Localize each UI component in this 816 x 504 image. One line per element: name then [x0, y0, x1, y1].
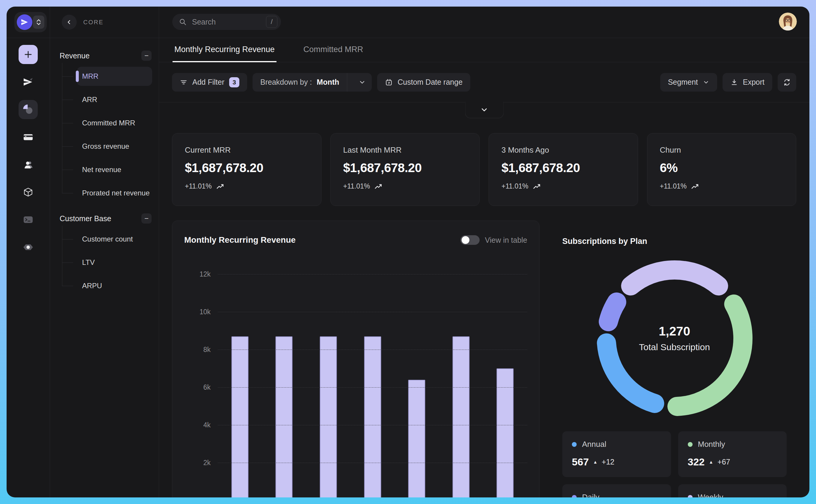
mrr-bars — [218, 272, 527, 497]
sidebar-item-prorated-net-revenue[interactable]: Prorated net revenue — [50, 181, 159, 205]
tab-label: Committed MRR — [304, 45, 363, 54]
stat-label: Churn — [660, 145, 784, 155]
minus-icon: − — [144, 51, 148, 60]
chevron-down-icon — [480, 106, 489, 114]
stat-value: $1,687,678.20 — [185, 161, 309, 175]
bar[interactable] — [364, 336, 381, 497]
stat-card-last-month-mrr[interactable]: Last Month MRR $1,687,678.20 +11.01% — [330, 133, 480, 206]
donut-title: Subscriptions by Plan — [562, 237, 796, 246]
mrr-chart-header: Monthly Recurring Revenue View in table — [184, 234, 527, 246]
legend-card-weekly[interactable]: Weekly — [678, 484, 787, 497]
main-content: Monthly Recurring Revenue Committed MRR … — [159, 38, 809, 497]
send-icon — [21, 18, 28, 26]
legend-delta: +12 — [602, 458, 615, 466]
y-tick-label: 8k — [184, 346, 211, 354]
workspace-switcher[interactable] — [14, 12, 47, 32]
rail-item-customers[interactable] — [19, 155, 38, 174]
trend-up-icon — [691, 183, 700, 190]
chevron-down-icon — [359, 79, 366, 86]
rail-item-settings[interactable] — [19, 238, 38, 257]
segment-label: Segment — [668, 78, 698, 86]
y-tick-label: 12k — [184, 270, 211, 278]
donut-center: 1,270 Total Subscription — [596, 260, 753, 417]
tab-committed-mrr[interactable]: Committed MRR — [302, 38, 365, 62]
rail-item-send[interactable] — [19, 72, 38, 92]
stat-card-3-months-ago[interactable]: 3 Months Ago $1,687,678.20 +11.01% — [489, 133, 638, 206]
toggle-track[interactable] — [460, 235, 480, 245]
bar[interactable] — [497, 368, 514, 497]
legend-delta: +67 — [718, 458, 730, 466]
sidebar-item-arr[interactable]: ARR — [50, 88, 159, 111]
plus-icon — [24, 50, 33, 59]
tab-label: Monthly Recurring Revenue — [174, 45, 275, 54]
sidebar: Revenue − MRR ARR Committed MRR Gross re… — [50, 38, 159, 497]
collapse-panel-handle[interactable] — [465, 102, 503, 118]
legend-value: 322 — [688, 456, 705, 468]
filter-icon — [180, 78, 187, 86]
legend-card-daily[interactable]: Daily — [562, 484, 671, 497]
search-bar[interactable]: / — [172, 14, 281, 30]
sidebar-item-mrr[interactable]: MRR — [50, 65, 159, 88]
gridline — [218, 350, 527, 350]
export-button[interactable]: Export — [723, 73, 772, 92]
refresh-button[interactable] — [778, 73, 796, 92]
collapse-section-button[interactable]: − — [141, 51, 151, 61]
sidebar-item-label: LTV — [82, 258, 95, 267]
legend-dot — [572, 495, 577, 498]
search-input[interactable] — [191, 17, 266, 27]
send-icon — [23, 77, 34, 87]
back-button[interactable] — [62, 15, 77, 30]
breakdown-dropdown[interactable]: Breakdown by : Month — [253, 73, 372, 92]
breakdown-chevron[interactable] — [353, 79, 372, 86]
tab-monthly-recurring-revenue[interactable]: Monthly Recurring Revenue — [172, 38, 277, 62]
legend-card-monthly[interactable]: Monthly 322▲+67 — [678, 431, 787, 477]
bar[interactable] — [231, 336, 248, 497]
donut-total: 1,270 — [659, 324, 690, 338]
trend-up-icon — [533, 183, 541, 190]
stat-card-churn[interactable]: Churn 6% +11.01% — [647, 133, 797, 206]
y-tick-label: 2k — [184, 459, 211, 467]
calendar-icon — [385, 78, 393, 86]
app-window: CORE / — [7, 7, 809, 497]
stat-value: $1,687,678.20 — [343, 161, 467, 175]
sidebar-item-committed-mrr[interactable]: Committed MRR — [50, 111, 159, 135]
rail-item-billing[interactable] — [19, 127, 38, 147]
bar[interactable] — [452, 336, 469, 497]
bar[interactable] — [320, 336, 337, 497]
stat-card-current-mrr[interactable]: Current MRR $1,687,678.20 +11.01% — [172, 133, 321, 206]
avatar[interactable] — [779, 13, 797, 31]
add-filter-button[interactable]: Add Filter 3 — [172, 73, 247, 92]
search-shortcut-key: / — [266, 16, 277, 28]
bar[interactable] — [276, 336, 293, 497]
rail-item-products[interactable] — [19, 183, 38, 202]
date-range-label: Custom Date range — [398, 78, 462, 86]
custom-date-range-button[interactable]: Custom Date range — [377, 73, 470, 92]
y-tick-label: 6k — [184, 383, 211, 391]
sidebar-item-customer-count[interactable]: Customer count — [50, 227, 159, 251]
active-indicator — [76, 71, 79, 82]
y-tick-label: 10k — [184, 308, 211, 316]
sidebar-item-label: MRR — [82, 72, 98, 81]
segment-dropdown[interactable]: Segment — [660, 73, 717, 92]
gridline — [218, 387, 527, 388]
donut-center-label: Total Subscription — [639, 342, 710, 352]
triangle-up-icon: ▲ — [709, 459, 713, 464]
hexagon-nut-icon — [22, 242, 34, 253]
search-icon — [179, 18, 186, 26]
gridline — [218, 463, 527, 463]
view-in-table-toggle[interactable]: View in table — [460, 235, 527, 245]
rail-item-developer[interactable] — [19, 210, 38, 229]
rail-item-analytics[interactable] — [19, 100, 38, 119]
add-button[interactable] — [19, 45, 38, 64]
terminal-icon — [22, 214, 34, 225]
sidebar-item-net-revenue[interactable]: Net revenue — [50, 158, 159, 181]
bar[interactable] — [408, 380, 425, 497]
sidebar-item-gross-revenue[interactable]: Gross revenue — [50, 135, 159, 158]
stats-row: Current MRR $1,687,678.20 +11.01% Last M… — [159, 133, 809, 206]
sidebar-item-arpu[interactable]: ARPU — [50, 274, 159, 297]
filter-group-right: Segment Export — [660, 73, 796, 92]
sidebar-item-ltv[interactable]: LTV — [50, 251, 159, 274]
workspace-selector-icon[interactable] — [33, 16, 44, 29]
collapse-section-button[interactable]: − — [141, 213, 151, 224]
legend-card-annual[interactable]: Annual 567▲+12 — [562, 431, 671, 477]
